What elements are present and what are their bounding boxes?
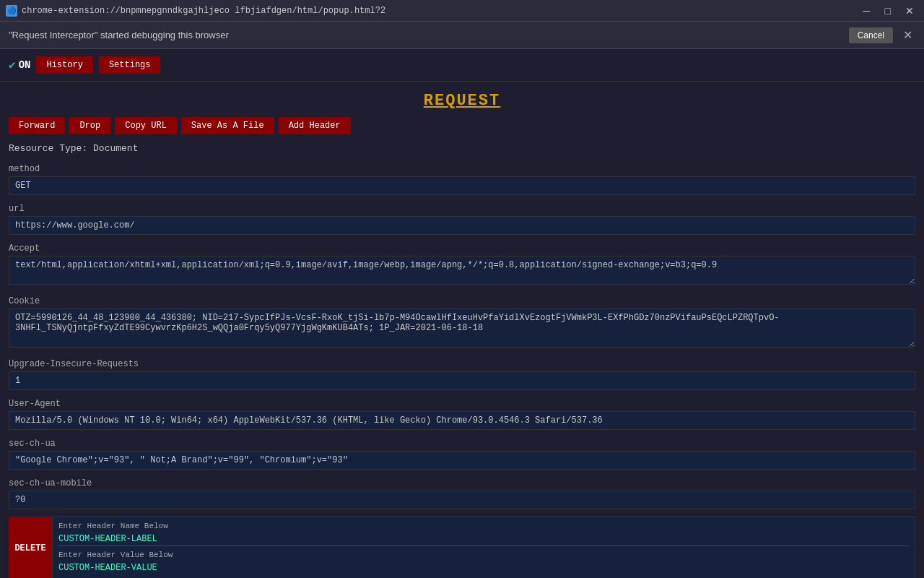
upgrade-insecure-input[interactable] bbox=[9, 371, 915, 390]
forward-button[interactable]: Forward bbox=[9, 117, 65, 134]
notification-text: "Request Interceptor" started debugging … bbox=[9, 30, 842, 40]
custom-header-row-0: DELETE Enter Header Name Below Enter Hea… bbox=[9, 517, 915, 578]
user-agent-input[interactable] bbox=[9, 411, 915, 430]
sec-ch-ua-mobile-label: sec-ch-ua-mobile bbox=[9, 478, 915, 488]
app-icon: 🔵 bbox=[6, 5, 17, 17]
title-bar-url: chrome-extension://bnpmnepgnndkgajhljeco… bbox=[22, 6, 385, 16]
accept-label: Accept bbox=[9, 243, 915, 254]
cookie-textarea[interactable] bbox=[9, 309, 915, 348]
resource-type-label: Resource Type: bbox=[9, 143, 87, 154]
checkmark-icon: ✔ bbox=[9, 58, 16, 72]
accept-field-group: Accept bbox=[0, 241, 924, 290]
sec-ch-ua-field-group: sec-ch-ua bbox=[0, 436, 924, 473]
sec-ch-ua-mobile-input[interactable] bbox=[9, 491, 915, 509]
cookie-label: Cookie bbox=[9, 296, 915, 306]
maximize-button[interactable]: □ bbox=[881, 4, 895, 17]
url-input[interactable] bbox=[9, 216, 915, 235]
add-header-button[interactable]: Add Header bbox=[279, 117, 351, 134]
copy-url-button[interactable]: Copy URL bbox=[115, 117, 177, 134]
user-agent-field-group: User-Agent bbox=[0, 396, 924, 433]
history-button[interactable]: History bbox=[36, 56, 92, 74]
page-title: REQUEST bbox=[0, 82, 924, 117]
sec-ch-ua-mobile-field-group: sec-ch-ua-mobile bbox=[0, 475, 924, 512]
accept-textarea[interactable] bbox=[9, 256, 915, 285]
sec-ch-ua-label: sec-ch-ua bbox=[9, 439, 915, 449]
user-agent-label: User-Agent bbox=[9, 399, 915, 409]
upgrade-insecure-field-group: Upgrade-Insecure-Requests bbox=[0, 356, 924, 393]
on-label: ON bbox=[19, 59, 31, 71]
sec-ch-ua-input[interactable] bbox=[9, 451, 915, 470]
notification-bar: "Request Interceptor" started debugging … bbox=[0, 22, 924, 49]
minimize-button[interactable]: ─ bbox=[859, 4, 875, 17]
upgrade-insecure-label: Upgrade-Insecure-Requests bbox=[9, 359, 915, 369]
custom-header-name-input-0[interactable] bbox=[58, 532, 909, 546]
resource-type-value: Document bbox=[93, 143, 138, 154]
custom-headers-container: DELETE Enter Header Name Below Enter Hea… bbox=[0, 517, 924, 578]
save-as-file-button[interactable]: Save As A File bbox=[181, 117, 274, 134]
drop-button[interactable]: Drop bbox=[69, 117, 110, 134]
notification-close-button[interactable]: ✕ bbox=[900, 28, 915, 42]
resource-type: Resource Type: Document bbox=[0, 142, 924, 161]
on-badge: ✔ ON bbox=[9, 58, 30, 72]
method-field-group: method bbox=[0, 161, 924, 198]
custom-header-fields-0: Enter Header Name Below Enter Header Val… bbox=[52, 517, 915, 578]
custom-header-value-sublabel-0: Enter Header Value Below bbox=[58, 551, 909, 559]
title-bar-left: 🔵 chrome-extension://bnpmnepgnndkgajhlje… bbox=[6, 5, 385, 17]
method-input[interactable] bbox=[9, 176, 915, 195]
settings-button[interactable]: Settings bbox=[99, 56, 161, 74]
url-label: url bbox=[9, 204, 915, 214]
custom-header-value-input-0[interactable] bbox=[58, 561, 909, 574]
method-label: method bbox=[9, 164, 915, 174]
title-bar-controls: ─ □ ✕ bbox=[859, 4, 918, 17]
url-field-group: url bbox=[0, 201, 924, 238]
toolbar: ✔ ON History Settings bbox=[0, 49, 924, 82]
title-bar: 🔵 chrome-extension://bnpmnepgnndkgajhlje… bbox=[0, 0, 924, 22]
cancel-button[interactable]: Cancel bbox=[849, 27, 893, 43]
action-buttons: Forward Drop Copy URL Save As A File Add… bbox=[0, 117, 924, 142]
main-container: ✔ ON History Settings REQUEST Forward Dr… bbox=[0, 49, 924, 578]
cookie-field-group: Cookie bbox=[0, 293, 924, 353]
delete-button-0[interactable]: DELETE bbox=[9, 517, 52, 578]
close-button[interactable]: ✕ bbox=[901, 4, 918, 17]
custom-header-name-sublabel-0: Enter Header Name Below bbox=[58, 522, 909, 530]
